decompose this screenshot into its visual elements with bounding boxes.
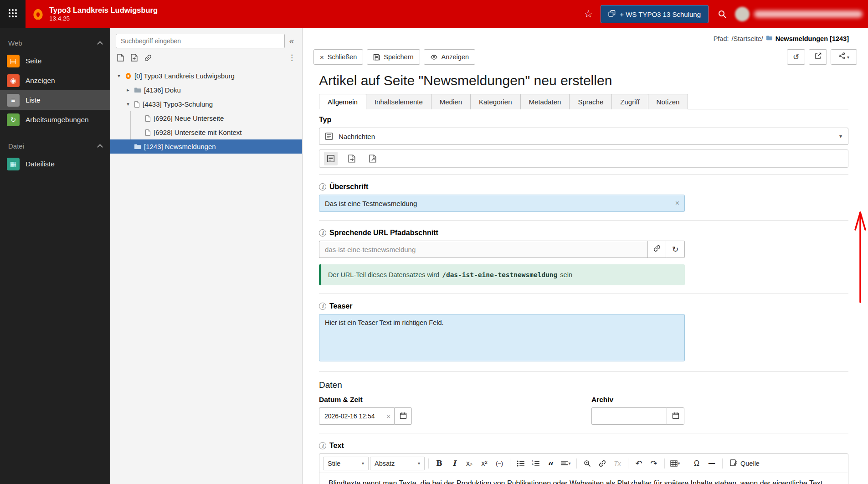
blockquote-icon[interactable]: “ — [544, 457, 558, 470]
link-icon[interactable] — [144, 54, 152, 62]
history-icon: ↺ — [793, 52, 799, 62]
module-menu-toggle-button[interactable] — [0, 0, 26, 28]
italic-icon[interactable]: I — [447, 457, 461, 470]
find-replace-icon[interactable] — [580, 457, 594, 470]
datum-calendar-button[interactable] — [394, 407, 412, 425]
tree-node-newsmeldungen[interactable]: [1243] Newsmeldungen — [110, 139, 302, 154]
module-menu: Web ▤ Seite ◉ Anzeigen ≡ Liste ↻ Arbeits… — [0, 28, 110, 484]
tree-node-unterseite-mit-kontext[interactable]: [6928] Unterseite mit Kontext — [110, 125, 302, 139]
clear-icon[interactable]: × — [386, 412, 390, 420]
module-item-anzeigen[interactable]: ◉ Anzeigen — [0, 71, 110, 90]
tab-inhaltselemente[interactable]: Inhaltselemente — [366, 94, 431, 109]
chevron-right-icon[interactable]: ▸ — [125, 87, 131, 93]
workspace-button[interactable]: + WS TYPO3 13 Schulung — [601, 5, 709, 23]
info-icon[interactable]: i — [319, 229, 326, 237]
tree-node-doku[interactable]: ▸ [4136] Doku — [110, 83, 302, 97]
tree-search-input[interactable] — [116, 34, 285, 48]
rte-content[interactable]: Blindtexte nennt man Texte, die bei der … — [319, 473, 848, 484]
module-item-dateiliste[interactable]: ▦ Dateiliste — [0, 154, 110, 174]
new-page-icon[interactable] — [117, 54, 124, 62]
tree-node-typo3-schulung[interactable]: ▾ [4433] Typo3-Schulung — [110, 97, 302, 111]
workspace-button-label: + WS TYPO3 13 Schulung — [620, 10, 701, 18]
url-segment-input[interactable] — [319, 241, 647, 258]
link-icon[interactable] — [596, 457, 609, 470]
paragraph-format-dropdown[interactable]: Absatz ▾ — [370, 457, 425, 470]
type-news-icon[interactable] — [324, 152, 338, 165]
ueberschrift-input[interactable] — [319, 195, 685, 212]
numbered-list-icon[interactable]: 1.2. — [529, 457, 543, 470]
tab-medien[interactable]: Medien — [431, 94, 471, 109]
collapse-tree-icon[interactable]: « — [285, 34, 298, 48]
datum-input[interactable] — [319, 407, 394, 425]
typ-select[interactable]: Nachrichten ▾ — [319, 128, 848, 145]
eye-icon — [430, 54, 438, 61]
tab-kategorien[interactable]: Kategorien — [470, 94, 521, 109]
fieldset-typ: Typ Nachrichten ▾ — [319, 109, 848, 174]
tab-zugriff[interactable]: Zugriff — [611, 94, 648, 109]
new-page-alt-icon[interactable] — [131, 54, 138, 62]
undo-icon[interactable]: ↶ — [632, 457, 646, 470]
record-type-icons — [319, 149, 848, 168]
remove-format-icon[interactable]: Tx — [611, 457, 624, 470]
page-icon — [145, 129, 151, 136]
path-record[interactable]: Newsmeldungen [1243] — [766, 35, 849, 42]
info-icon[interactable]: i — [319, 183, 326, 191]
clear-icon[interactable]: × — [675, 199, 679, 207]
insert-table-dropdown[interactable]: ▾ — [668, 457, 682, 470]
tab-allgemein[interactable]: Allgemein — [319, 94, 366, 109]
module-section-web[interactable]: Web — [0, 35, 110, 51]
kebab-menu-icon[interactable]: ⋮ — [288, 53, 296, 62]
horizontal-line-icon[interactable]: — — [705, 457, 719, 470]
info-icon[interactable]: i — [319, 442, 326, 449]
slug-link-button[interactable] — [647, 241, 666, 258]
type-internal-page-icon[interactable] — [345, 152, 359, 165]
history-button[interactable]: ↺ — [787, 49, 805, 65]
tab-sprache[interactable]: Sprache — [569, 94, 612, 109]
tree-node-neue-unterseite[interactable]: [6926] Neue Unterseite — [110, 111, 302, 125]
redo-icon[interactable]: ↷ — [647, 457, 661, 470]
close-button[interactable]: × Schließen — [313, 49, 363, 65]
special-characters-icon[interactable]: Ω — [690, 457, 704, 470]
typo3-logo-icon[interactable] — [32, 8, 44, 21]
share-button[interactable]: ▾ — [831, 49, 857, 65]
source-editing-button[interactable]: Quelle — [726, 457, 763, 470]
teaser-textarea[interactable]: Hier ist ein Teaser Text im richtigen Fe… — [319, 314, 685, 361]
fieldset-ueberschrift: i Überschrift × — [319, 174, 848, 220]
type-external-url-icon[interactable] — [366, 152, 380, 165]
open-new-window-button[interactable] — [809, 49, 827, 65]
styles-dropdown[interactable]: Stile ▾ — [323, 457, 369, 470]
user-name-redacted[interactable] — [754, 10, 863, 18]
user-avatar[interactable] — [735, 7, 750, 21]
info-icon[interactable]: i — [319, 303, 326, 310]
chevron-down-icon[interactable]: ▾ — [125, 101, 131, 107]
rich-text-editor: Stile ▾ Absatz ▾ B I x₂ x² (−) — [319, 453, 848, 484]
bold-icon[interactable]: B — [432, 457, 446, 470]
bulleted-list-icon[interactable] — [514, 457, 528, 470]
save-button[interactable]: Speichern — [367, 49, 420, 65]
link-icon — [653, 245, 661, 254]
tab-notizen[interactable]: Notizen — [648, 94, 688, 109]
module-item-liste[interactable]: ≡ Liste — [0, 90, 110, 110]
archiv-input[interactable] — [591, 407, 667, 425]
subscript-icon[interactable]: x₂ — [462, 457, 476, 470]
folder-icon — [766, 35, 773, 42]
typo3-site-icon — [125, 72, 132, 79]
soft-hyphen-icon[interactable]: (−) — [493, 457, 506, 470]
tab-metadaten[interactable]: Metadaten — [520, 94, 570, 109]
caret-down-icon: ▾ — [847, 55, 849, 60]
search-icon[interactable] — [718, 10, 727, 19]
module-section-datei[interactable]: Datei — [0, 138, 110, 154]
path-record-label: Newsmeldungen [1243] — [776, 35, 849, 42]
archiv-calendar-button[interactable] — [667, 407, 684, 425]
bookmark-star-icon[interactable]: ☆ — [584, 8, 593, 20]
module-item-arbeitsumgebungen[interactable]: ↻ Arbeitsumgebungen — [0, 110, 110, 129]
alignment-dropdown[interactable]: ▾ — [559, 457, 573, 470]
calendar-icon — [672, 412, 679, 421]
slug-recalculate-button[interactable]: ↻ — [666, 241, 685, 258]
tree-node-root[interactable]: ▾ [0] Typo3 Landkreis Ludwigsburg — [110, 69, 302, 83]
view-button[interactable]: Anzeigen — [424, 49, 475, 65]
chevron-down-icon[interactable]: ▾ — [116, 73, 122, 79]
superscript-icon[interactable]: x² — [478, 457, 491, 470]
typo3-backend: Typo3 Landkreis Ludwigsburg 13.4.25 ☆ + … — [0, 0, 868, 484]
module-item-seite[interactable]: ▤ Seite — [0, 51, 110, 71]
